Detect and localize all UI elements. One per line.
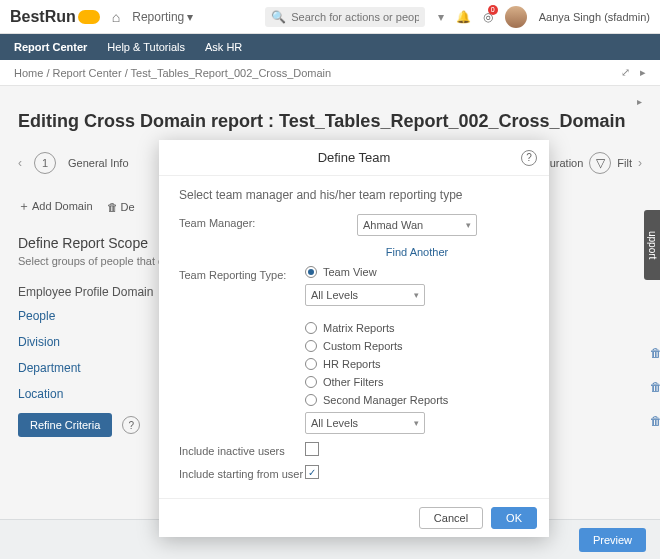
add-domain-link[interactable]: ＋Add Domain	[18, 198, 93, 215]
username: Aanya Singh (sfadmin)	[539, 11, 650, 23]
home-icon[interactable]: ⌂	[112, 9, 120, 25]
radio-icon	[305, 358, 317, 370]
team-view-level-select[interactable]: All Levels▾	[305, 284, 425, 306]
row-action-icons: 🗑 🗑 🗑	[650, 346, 660, 428]
nav-ask-hr[interactable]: Ask HR	[205, 41, 242, 53]
row-action-1[interactable]: 🗑	[650, 346, 660, 360]
find-another-link[interactable]: Find Another	[386, 246, 448, 258]
bc-home[interactable]: Home	[14, 67, 43, 79]
topbar-right: ▾ 🔔 ◎0 Aanya Singh (sfadmin)	[438, 6, 650, 28]
avatar[interactable]	[505, 6, 527, 28]
cancel-button[interactable]: Cancel	[419, 507, 483, 529]
team-manager-label: Team Manager:	[179, 214, 305, 229]
notif-badge: 0	[488, 5, 498, 15]
cloud-icon	[78, 10, 100, 24]
chevron-down-icon: ▾	[187, 10, 193, 24]
team-manager-select[interactable]: Ahmad Wan ▾	[357, 214, 477, 236]
modal-body: Select team manager and his/her team rep…	[159, 176, 549, 498]
step-1-circle[interactable]: 1	[34, 152, 56, 174]
support-tab[interactable]: upport	[644, 210, 660, 280]
ok-button[interactable]: OK	[491, 507, 537, 529]
include-starting-label: Include starting from user	[179, 465, 305, 480]
logo-text: BestRun	[10, 8, 76, 26]
team-manager-row: Team Manager: Ahmad Wan ▾ Find Another	[179, 214, 529, 258]
chevron-down-icon: ▾	[466, 220, 471, 230]
include-inactive-checkbox[interactable]	[305, 442, 319, 456]
nav-help-tutorials[interactable]: Help & Tutorials	[107, 41, 185, 53]
modal-help-icon[interactable]: ?	[521, 150, 537, 166]
filter-circle-icon[interactable]: ▽	[589, 152, 611, 174]
opt-second-mgr[interactable]: Second Manager Reports	[305, 394, 529, 406]
page-title: Editing Cross Domain report : Test_Table…	[18, 111, 642, 132]
team-manager-value: Ahmad Wan	[363, 219, 423, 231]
include-starting-checkbox[interactable]: ✓	[305, 465, 319, 479]
chevron-down-icon: ▾	[414, 290, 419, 300]
next-step-icon[interactable]: ›	[638, 156, 642, 170]
notification-icon[interactable]: 🔔	[456, 10, 471, 24]
navbar: Report Center Help & Tutorials Ask HR	[0, 34, 660, 60]
modal-title: Define Team	[318, 150, 391, 165]
modal-footer: Cancel OK	[159, 498, 549, 537]
second-mgr-level-select[interactable]: All Levels▾	[305, 412, 425, 434]
topbar: BestRun ⌂ Reporting ▾ 🔍 ▾ 🔔 ◎0 Aanya Sin…	[0, 0, 660, 34]
include-inactive-row: Include inactive users	[179, 442, 529, 457]
radio-icon	[305, 322, 317, 334]
reporting-label: Reporting	[132, 10, 184, 24]
bc-report-center[interactable]: Report Center	[53, 67, 122, 79]
row-action-2[interactable]: 🗑	[650, 380, 660, 394]
prev-step-icon[interactable]: ‹	[18, 156, 22, 170]
modal-header: Define Team ?	[159, 140, 549, 176]
radio-icon	[305, 266, 317, 278]
team-reporting-row: Team Reporting Type: Team View All Level…	[179, 266, 529, 434]
step-1-label: General Info	[68, 157, 129, 169]
team-reporting-label: Team Reporting Type:	[179, 266, 305, 281]
opt-hr[interactable]: HR Reports	[305, 358, 529, 370]
radio-icon	[305, 394, 317, 406]
nav-report-center[interactable]: Report Center	[14, 41, 87, 53]
opt-custom[interactable]: Custom Reports	[305, 340, 529, 352]
wizard-right: iguration ▽ Filt ›	[541, 152, 642, 174]
help-icon[interactable]: ?	[122, 416, 140, 434]
logo: BestRun	[10, 8, 100, 26]
chevron-down-icon[interactable]: ▾	[438, 10, 444, 24]
filter-label: Filt	[617, 157, 632, 169]
chevron-down-icon: ▾	[414, 418, 419, 428]
play-small-icon[interactable]: ▸	[637, 96, 642, 107]
preview-button[interactable]: Preview	[579, 528, 646, 552]
opt-other[interactable]: Other Filters	[305, 376, 529, 388]
row-action-3[interactable]: 🗑	[650, 414, 660, 428]
breadcrumb-actions: ⤢ ▸	[621, 66, 646, 79]
include-starting-row: Include starting from user ✓	[179, 465, 529, 480]
radio-icon	[305, 376, 317, 388]
bc-current: Test_Tables_Report_002_Cross_Domain	[131, 67, 332, 79]
search-input[interactable]	[291, 11, 419, 23]
search-icon: 🔍	[271, 10, 286, 24]
delete-link[interactable]: 🗑 De	[107, 201, 135, 213]
alert-icon[interactable]: ◎0	[483, 10, 493, 24]
include-inactive-label: Include inactive users	[179, 442, 305, 457]
radio-icon	[305, 340, 317, 352]
modal-instruction: Select team manager and his/her team rep…	[179, 188, 529, 202]
search-input-wrap[interactable]: 🔍	[265, 7, 425, 27]
plus-icon: ＋	[18, 199, 30, 213]
breadcrumb-path: Home / Report Center / Test_Tables_Repor…	[14, 67, 331, 79]
opt-matrix[interactable]: Matrix Reports	[305, 322, 529, 334]
define-team-modal: Define Team ? Select team manager and hi…	[159, 140, 549, 537]
opt-team-view[interactable]: Team View	[305, 266, 529, 278]
refine-criteria-button[interactable]: Refine Criteria	[18, 413, 112, 437]
reporting-menu[interactable]: Reporting ▾	[132, 10, 193, 24]
play-icon[interactable]: ▸	[640, 66, 646, 79]
breadcrumb: Home / Report Center / Test_Tables_Repor…	[0, 60, 660, 86]
expand-icon[interactable]: ⤢	[621, 66, 630, 79]
